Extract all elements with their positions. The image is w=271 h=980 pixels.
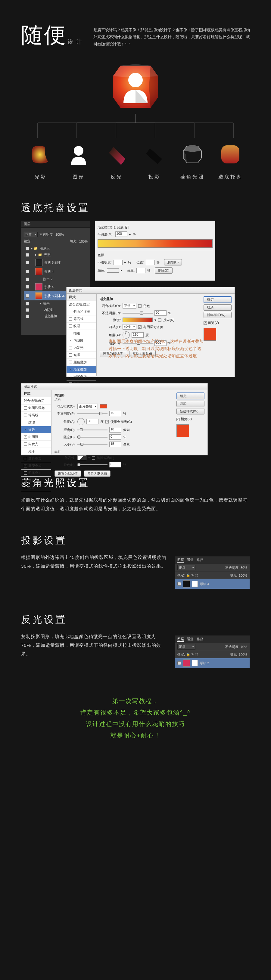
layer-item[interactable]: ▸ 📁 光照 bbox=[24, 251, 88, 258]
checkbox-icon[interactable] bbox=[69, 361, 72, 364]
checkbox-icon[interactable] bbox=[24, 406, 27, 410]
visibility-icon[interactable] bbox=[26, 285, 29, 289]
ok-button[interactable]: 确定 bbox=[177, 393, 204, 399]
style-item[interactable]: 纹理 bbox=[67, 323, 96, 330]
style-item[interactable]: 光泽 bbox=[67, 352, 96, 359]
color-swatch[interactable] bbox=[107, 269, 119, 273]
checkbox-icon[interactable] bbox=[69, 368, 72, 371]
style-item[interactable]: 内阴影 bbox=[67, 337, 96, 344]
angle-input[interactable]: 110 bbox=[132, 332, 143, 338]
angle-dial[interactable] bbox=[77, 418, 84, 425]
opacity-value[interactable]: 70% bbox=[241, 645, 247, 649]
checkbox-icon[interactable] bbox=[24, 486, 27, 489]
checkbox-icon[interactable] bbox=[24, 464, 27, 468]
gradient-preview[interactable] bbox=[97, 239, 213, 248]
checkbox-icon[interactable] bbox=[24, 479, 27, 482]
contour-swatch[interactable] bbox=[77, 455, 86, 460]
layer-row[interactable]: 形状 4 bbox=[175, 579, 250, 589]
style-item[interactable]: 内阴影 bbox=[21, 433, 51, 441]
layer-item[interactable]: 形状 5 副本 bbox=[24, 258, 88, 267]
tab-layers[interactable]: 图层 bbox=[177, 637, 184, 642]
visibility-icon[interactable] bbox=[177, 582, 181, 586]
visibility-icon[interactable] bbox=[26, 247, 29, 250]
style-item[interactable]: 斜面和浮雕 bbox=[67, 308, 96, 315]
style-dropdown[interactable]: 线性 bbox=[123, 324, 136, 329]
tab-channels[interactable]: 通道 bbox=[187, 637, 194, 642]
style-item[interactable]: 混合选项:自定 bbox=[67, 301, 96, 308]
spread-input[interactable]: 0 bbox=[109, 434, 121, 440]
layer-folder[interactable]: ▸ 📁 联系人 bbox=[24, 245, 88, 251]
size-slider[interactable] bbox=[77, 444, 107, 445]
style-item[interactable]: 内发光 bbox=[67, 344, 96, 352]
opacity-value[interactable]: 30% bbox=[241, 566, 247, 570]
layer-row[interactable]: 形状 2 bbox=[175, 658, 250, 668]
spread-slider[interactable] bbox=[77, 437, 107, 438]
checkbox-icon[interactable] bbox=[177, 418, 180, 421]
delete-button[interactable]: 删除(D) bbox=[155, 267, 172, 274]
checkbox-icon[interactable] bbox=[24, 457, 27, 460]
checkbox-icon[interactable] bbox=[69, 339, 72, 342]
visibility-icon[interactable] bbox=[26, 294, 29, 298]
checkbox-icon[interactable] bbox=[24, 414, 27, 417]
visibility-icon[interactable] bbox=[26, 277, 29, 281]
checkbox-icon[interactable] bbox=[24, 435, 27, 439]
fill-value[interactable]: 100% bbox=[239, 574, 247, 577]
checkbox-icon[interactable] bbox=[138, 325, 142, 329]
visibility-icon[interactable] bbox=[26, 308, 29, 312]
style-item[interactable]: 混合选项:自定 bbox=[21, 397, 51, 404]
angle-dial[interactable] bbox=[123, 331, 130, 339]
style-item[interactable]: 等高线 bbox=[67, 315, 96, 323]
angle-input[interactable]: 90 bbox=[86, 419, 99, 425]
checkbox-icon[interactable] bbox=[24, 428, 27, 431]
checkbox-icon[interactable] bbox=[105, 420, 109, 423]
opacity-input[interactable]: 60 bbox=[155, 310, 166, 316]
ok-button[interactable]: 确定 bbox=[204, 296, 231, 303]
tab-paths[interactable]: 路径 bbox=[197, 637, 203, 642]
style-item[interactable]: 图案叠加 bbox=[67, 373, 96, 380]
checkbox-icon[interactable] bbox=[69, 353, 72, 357]
style-item[interactable]: 描边 bbox=[67, 330, 96, 337]
visibility-icon[interactable] bbox=[26, 261, 29, 264]
stop-opacity-input[interactable] bbox=[113, 260, 123, 265]
pos-input[interactable] bbox=[146, 260, 155, 265]
fill-value[interactable]: 100% bbox=[239, 653, 247, 657]
style-item[interactable]: 投影 bbox=[21, 484, 51, 491]
checkbox-icon[interactable] bbox=[69, 317, 72, 321]
visibility-icon[interactable] bbox=[177, 661, 181, 665]
blend-dropdown[interactable]: 正片叠底 bbox=[77, 404, 98, 409]
style-item[interactable]: 等高线 bbox=[21, 412, 51, 419]
pos-input[interactable] bbox=[136, 268, 145, 273]
checkbox-icon[interactable] bbox=[24, 450, 27, 453]
style-item[interactable]: 颜色叠加 bbox=[21, 455, 51, 462]
checkbox-icon[interactable] bbox=[69, 375, 72, 378]
tab-channels[interactable]: 通道 bbox=[187, 558, 194, 563]
layer-item[interactable]: 副本 2 bbox=[24, 276, 88, 282]
style-item[interactable]: 图案叠加 bbox=[21, 469, 51, 477]
panel-tab[interactable]: 图层 bbox=[21, 221, 90, 228]
opacity-value[interactable]: 100% bbox=[56, 233, 64, 236]
gradient-swatch[interactable] bbox=[123, 318, 153, 322]
checkbox-icon[interactable] bbox=[69, 325, 72, 328]
color-swatch[interactable] bbox=[100, 404, 107, 409]
opacity-input[interactable]: 75 bbox=[109, 411, 121, 416]
fill-value[interactable]: 100% bbox=[79, 240, 88, 243]
style-item[interactable]: 外发光 bbox=[21, 477, 51, 484]
set-default-button[interactable]: 设置为默认值 bbox=[54, 471, 81, 477]
noise-slider[interactable] bbox=[77, 465, 107, 465]
checkbox-icon[interactable] bbox=[24, 421, 27, 424]
cancel-button[interactable]: 取消 bbox=[177, 401, 204, 407]
checkbox-icon[interactable] bbox=[138, 304, 142, 308]
smooth-input[interactable]: 100 bbox=[115, 231, 128, 237]
style-item[interactable]: 斜面和浮雕 bbox=[21, 404, 51, 412]
blend-dropdown[interactable]: 正常 bbox=[177, 644, 195, 649]
noise-input[interactable]: 0 bbox=[109, 462, 121, 468]
checkbox-icon[interactable] bbox=[24, 471, 27, 475]
tab-paths[interactable]: 路径 bbox=[197, 558, 203, 563]
visibility-icon[interactable] bbox=[26, 315, 29, 318]
checkbox-icon[interactable] bbox=[69, 310, 72, 313]
tab-layers[interactable]: 图层 bbox=[177, 558, 184, 563]
opacity-slider[interactable] bbox=[77, 413, 107, 414]
style-item-active[interactable]: 描边 bbox=[21, 426, 51, 433]
style-item[interactable]: 光泽 bbox=[21, 448, 51, 455]
style-item[interactable]: 内发光 bbox=[21, 441, 51, 448]
